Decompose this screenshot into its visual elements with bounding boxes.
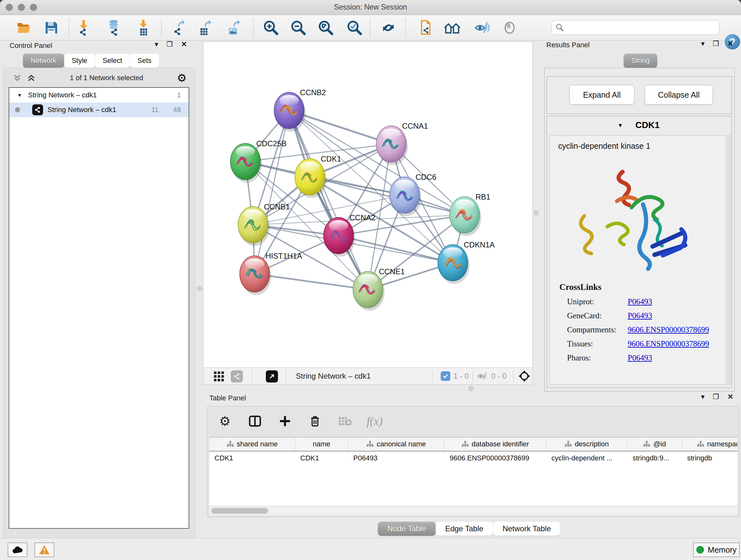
memory-button[interactable]: Memory (693, 543, 740, 557)
crosslink-link[interactable]: 9606.ENSP00000378699 (628, 325, 709, 334)
crosslink-link[interactable]: P06493 (628, 311, 652, 320)
network-node-CCNB2[interactable]: CCNB2 (274, 88, 326, 132)
network-edge-HIST1H1A-CCNE1[interactable] (255, 274, 368, 290)
table-cell[interactable]: 9606.ENSP00000378699 (445, 451, 546, 465)
network-graph[interactable]: CCNB2CCNA1CDC25BCDK1CDC6RB1CCNB1CCNA2CDK… (203, 42, 533, 368)
tab-network[interactable]: Network (23, 54, 64, 68)
warning-icon (39, 545, 50, 555)
node-result-header[interactable]: ▾ CDK1 (547, 116, 731, 134)
results-scrollbar[interactable] (728, 135, 731, 384)
network-node-CCNB1[interactable]: CCNB1 (238, 202, 290, 246)
tab-edge-table[interactable]: Edge Table (435, 522, 493, 536)
table-gear-icon[interactable]: ⚙ (217, 415, 233, 428)
network-collection-row[interactable]: ▾ String Network – cdk1 1 (9, 88, 189, 103)
tab-style[interactable]: Style (64, 54, 95, 68)
scrollbar-thumb[interactable] (211, 508, 268, 514)
column-header--id[interactable]: @id (627, 437, 682, 451)
selected-checkbox-icon[interactable] (441, 371, 450, 381)
network-selection-status: 1 of 1 Network selected (36, 74, 177, 82)
birds-eye-navigator-icon[interactable] (518, 370, 531, 382)
table-cell[interactable]: stringdb:9... (627, 451, 682, 465)
tab-string[interactable]: String (623, 54, 657, 68)
panel-menu-icon[interactable]: ▾ (701, 393, 704, 400)
tab-node-table[interactable]: Node Table (378, 522, 435, 536)
open-session-button[interactable] (15, 19, 33, 36)
table-row[interactable]: CDK1CDK1P064939606.ENSP00000378699cyclin… (209, 451, 738, 465)
panel-float-icon[interactable]: ❐ (166, 41, 173, 48)
add-column-icon[interactable] (277, 415, 293, 427)
table-cell[interactable]: P06493 (348, 451, 445, 465)
column-header-description[interactable]: description (546, 437, 627, 451)
save-session-button[interactable] (43, 19, 60, 36)
export-table-button[interactable] (196, 19, 214, 36)
vertical-splitter-handle[interactable] (534, 210, 539, 215)
collapse-all-button[interactable]: Collapse All (645, 85, 713, 105)
network-node-HIST1H1A[interactable]: HIST1H1A (240, 252, 302, 295)
tab-select[interactable]: Select (95, 54, 130, 68)
tab-sets[interactable]: Sets (130, 54, 159, 68)
node-label-CDKN1A: CDKN1A (464, 240, 495, 249)
horizontal-splitter-handle[interactable] (468, 386, 474, 391)
open-network-document-button[interactable] (416, 19, 434, 36)
gear-icon[interactable]: ⚙ (177, 72, 187, 83)
column-header-database-identifier[interactable]: database identifier (445, 437, 546, 451)
network-node-RB1[interactable]: RB1 (450, 192, 490, 236)
show-all-eye-button[interactable] (501, 19, 519, 36)
table-horizontal-scrollbar[interactable] (209, 506, 738, 515)
panel-float-icon[interactable]: ❐ (713, 40, 719, 47)
search-input[interactable] (567, 23, 715, 32)
crosslink-link[interactable]: P06493 (628, 354, 652, 362)
panel-menu-icon[interactable]: ▾ (701, 40, 704, 47)
delete-column-trash-icon[interactable] (307, 415, 323, 428)
export-image-button[interactable] (225, 19, 243, 36)
column-header-name[interactable]: name (295, 437, 348, 451)
home-networks-button[interactable] (443, 19, 461, 36)
network-node-CCNE1[interactable]: CCNE1 (353, 267, 405, 311)
network-node-CDC6[interactable]: CDC6 (390, 173, 436, 216)
panel-menu-icon[interactable]: ▾ (155, 41, 158, 48)
collapse-all-chevron-icon[interactable] (12, 73, 22, 83)
zoom-fit-content-button[interactable] (317, 19, 335, 36)
network-node-CDKN1A[interactable]: CDKN1A (438, 240, 495, 284)
panel-close-icon[interactable]: ✕ (728, 40, 733, 47)
zoom-in-button[interactable] (262, 19, 280, 36)
import-table-from-file-button[interactable] (134, 19, 152, 36)
expand-all-chevron-icon[interactable] (26, 73, 36, 83)
import-network-from-database-button[interactable] (105, 19, 123, 36)
network-node-CCNA1[interactable]: CCNA1 (376, 122, 428, 165)
table-cell[interactable]: CDK1 (295, 451, 348, 465)
network-node-CCNA2[interactable]: CCNA2 (324, 213, 375, 257)
vertical-splitter-handle[interactable] (197, 286, 202, 291)
column-header-namespace[interactable]: namespace (682, 437, 738, 451)
panel-float-icon[interactable]: ❐ (713, 393, 719, 400)
crosslink-link[interactable]: P06493 (628, 297, 652, 306)
expand-all-button[interactable]: Expand All (569, 85, 634, 105)
disclosure-triangle-icon[interactable]: ▾ (18, 91, 21, 99)
network-edge-CCNB2-CCNE1[interactable] (289, 111, 368, 290)
string-view-icon[interactable] (231, 370, 243, 382)
panel-close-icon[interactable]: ✕ (181, 41, 187, 48)
import-network-from-file-button[interactable] (75, 19, 92, 36)
grid-view-icon[interactable] (213, 371, 224, 382)
table-cell[interactable]: CDK1 (209, 451, 295, 465)
warnings-button[interactable] (35, 543, 54, 557)
export-network-button[interactable] (170, 19, 188, 36)
collapse-triangle-icon[interactable]: ▾ (619, 121, 622, 129)
node-table[interactable]: shared namenamecanonical namedatabase id… (209, 437, 738, 506)
network-canvas[interactable]: CCNB2CCNA1CDC25BCDK1CDC6RB1CCNB1CCNA2CDK… (203, 42, 533, 368)
table-cell[interactable]: cyclin-dependent ... (546, 451, 627, 465)
crosslink-link[interactable]: 9606.ENSP00000378699 (628, 339, 709, 348)
table-cell[interactable]: stringdb (682, 451, 738, 465)
hide-selected-eye-slash-button[interactable] (473, 19, 491, 36)
cloud-button[interactable] (8, 543, 27, 557)
panel-close-icon[interactable]: ✕ (728, 393, 733, 400)
apply-preferred-layout-button[interactable] (380, 19, 397, 36)
open-view-in-window-icon[interactable] (266, 370, 278, 382)
tab-network-table[interactable]: Network Table (493, 522, 561, 536)
network-row-selected[interactable]: String Network – cdk1 11 48 (9, 103, 189, 117)
column-header-canonical-name[interactable]: canonical name (348, 437, 445, 451)
zoom-selected-button[interactable] (346, 19, 363, 36)
zoom-out-button[interactable] (289, 19, 307, 36)
column-header-shared-name[interactable]: shared name (209, 437, 295, 451)
manage-columns-icon[interactable] (247, 415, 263, 428)
